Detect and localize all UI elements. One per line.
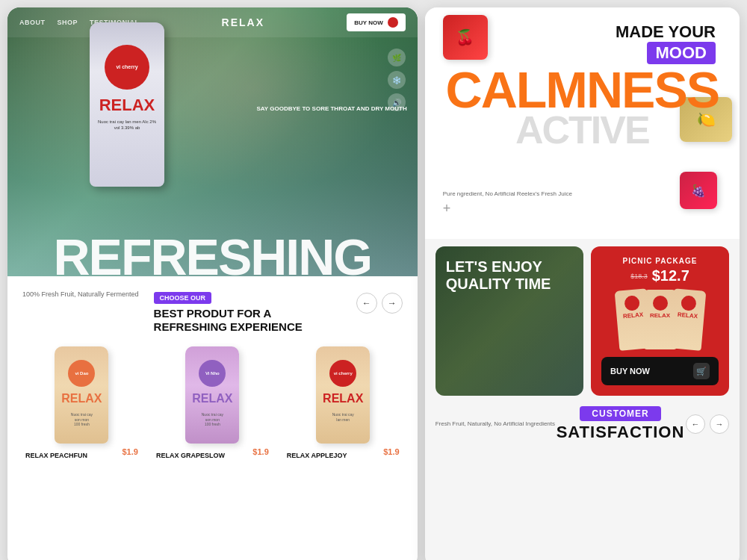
can-shape: vi cherry RELAX Nuoc trai cay lan men Al…: [90, 22, 164, 187]
can-subtext: Nuoc trai cay lan men Alc 2% vol 3.39% a…: [97, 119, 157, 131]
product-header: 100% Fresh Fruit, Naturally Fermented CH…: [22, 290, 403, 334]
right-top-section: 🍒 🍋 🍇 MADE YOUR MOOD CALMNESS ACTIVE Pur…: [425, 7, 740, 239]
can-peach-brand: vi Dao: [75, 371, 88, 376]
can-cherry-desc: Nuoc trai caylan men: [320, 412, 366, 422]
next-product-button[interactable]: →: [382, 293, 403, 314]
product-card-peach: vi Dao RELAX Nuoc trai cayson mon100 fre…: [22, 343, 141, 459]
bottom-arrows: ← →: [686, 414, 729, 434]
can-grape-body: Vi Nho RELAX Nuoc trai cayson mon100 fre…: [185, 346, 239, 444]
can-grape-icon: Vi Nho: [199, 360, 226, 387]
hero-icons: 🌿 ❄️ 🔊: [388, 49, 406, 111]
enjoy-title: LET'S ENJOY QUALITY TIME: [446, 258, 573, 293]
picnic-can-relax-1: RELAX: [622, 311, 643, 320]
product-title-block: CHOOSE OUR BEST PRODUT FOR A REFRESHING …: [139, 290, 356, 334]
calmness-text: CALMNESS: [443, 67, 722, 113]
plus-sign: +: [443, 201, 451, 217]
prev-customer-button[interactable]: ←: [686, 414, 705, 434]
nav-about[interactable]: ABOUT: [19, 19, 46, 26]
hero-icon-2: ❄️: [388, 71, 406, 89]
picnic-label: PICNIC PACKAGE: [601, 257, 719, 265]
left-panel: ABOUT SHOP TESTIMONIAL RELAX BUY NOW vi …: [7, 7, 418, 560]
can-peach-icon: vi Dao: [68, 360, 95, 387]
next-customer-button[interactable]: →: [710, 414, 729, 434]
can-cherry-container: vi cherry RELAX Nuoc trai caylan men: [309, 343, 376, 447]
fruit-thumb-top: 🍒: [443, 15, 488, 60]
product-cherry-info: RELAX APPLEJOY $1.9: [284, 447, 403, 459]
can-cherry-icon: vi cherry: [329, 360, 356, 387]
product-grape-name: RELAX GRAPESLOW: [156, 452, 225, 459]
product-card-grape: Vi Nho RELAX Nuoc trai cayson mon100 fre…: [153, 343, 272, 459]
picnic-can-circle-1: [624, 295, 640, 311]
right-bottom-section: LET'S ENJOY QUALITY TIME PICNIC PACKAGE …: [425, 239, 740, 560]
buy-now-label: BUY NOW: [610, 367, 650, 376]
picnic-cans: RELAX RELAX RELAX: [601, 287, 719, 352]
can-grape-brand: Vi Nho: [205, 371, 220, 376]
product-peach-price: $1.9: [122, 447, 137, 459]
satisfaction-text: SATISFACTION: [555, 423, 686, 442]
product-peach-name: RELAX PEACHFUN: [25, 452, 87, 459]
product-cards: vi Dao RELAX Nuoc trai cayson mon100 fre…: [22, 343, 403, 459]
can-grape-desc: Nuoc trai cayson mon100 fresh: [189, 412, 235, 427]
customer-block: CUSTOMER SATISFACTION: [555, 406, 686, 442]
can-peach-relax: RELAX: [56, 393, 107, 405]
fruit-thumb-small: 🍇: [680, 172, 717, 209]
choose-our-badge: CHOOSE OUR: [154, 292, 212, 304]
cards-row: LET'S ENJOY QUALITY TIME PICNIC PACKAGE …: [436, 246, 729, 396]
bottom-info-row: Fresh Fruit, Naturally, No Artificial In…: [436, 403, 729, 445]
can-relax-text: RELAX: [93, 97, 161, 113]
can-grape-relax: RELAX: [187, 393, 238, 405]
can-peach-container: vi Dao RELAX Nuoc trai cayson mon100 fre…: [48, 343, 115, 447]
picnic-can-circle-2: [653, 296, 668, 311]
nav-logo: RELAX: [222, 16, 264, 28]
product-main-title: BEST PRODUT FOR A REFRESHING EXPERIENCE: [154, 307, 341, 334]
right-panel: 🍒 🍋 🍇 MADE YOUR MOOD CALMNESS ACTIVE Pur…: [425, 7, 740, 560]
picnic-can-2: RELAX: [644, 290, 677, 349]
hero-can: vi cherry RELAX Nuoc trai cay lan men Al…: [67, 22, 187, 217]
picnic-can-relax-3: RELAX: [677, 311, 698, 320]
cart-icon: 🛒: [693, 363, 710, 379]
product-card-cherry: vi cherry RELAX Nuoc trai caylan men REL…: [284, 343, 403, 459]
product-grape-price: $1.9: [252, 447, 268, 459]
can-cherry-brand: vi cherry: [334, 371, 353, 376]
product-cherry-name: RELAX APPLEJOY: [287, 452, 347, 459]
picnic-can-circle-3: [681, 295, 697, 311]
customer-badge: CUSTOMER: [580, 406, 660, 421]
picnic-card: PICNIC PACKAGE $18.3 $12.7 RELAX RELAX: [591, 246, 729, 396]
can-grape-container: Vi Nho RELAX Nuoc trai cayson mon100 fre…: [179, 343, 246, 447]
hero-tagline: SAY GOODBYE TO SORE THROAT AND DRY MOUTH: [256, 105, 406, 113]
can-brand-label: vi cherry: [116, 64, 137, 70]
picnic-old-price: $18.3: [630, 273, 648, 280]
product-grape-info: RELAX GRAPESLOW $1.9: [153, 447, 272, 459]
can-cherry-relax: RELAX: [317, 393, 368, 405]
can-peach-body: vi Dao RELAX Nuoc trai cayson mon100 fre…: [55, 346, 108, 444]
product-peach-info: RELAX PEACHFUN $1.9: [22, 447, 141, 459]
product-nav-arrows: ← →: [356, 293, 403, 314]
hero-big-text: REFRESHING: [7, 231, 418, 276]
product-section: 100% Fresh Fruit, Naturally Fermented CH…: [7, 276, 418, 560]
picnic-new-price: $12.7: [652, 267, 689, 284]
left-tagline: 100% Fresh Fruit, Naturally Fermented: [22, 290, 139, 300]
bottom-left-text: Fresh Fruit, Naturally, No Artificial In…: [436, 420, 555, 429]
product-cherry-price: $1.9: [383, 447, 399, 459]
prev-product-button[interactable]: ←: [356, 293, 377, 314]
picnic-can-relax-2: RELAX: [650, 312, 670, 319]
hero-icon-1: 🌿: [388, 49, 406, 66]
nav-btn-dot: [388, 17, 398, 28]
can-brand-circle: vi cherry: [105, 45, 149, 90]
can-cherry-body: vi cherry RELAX Nuoc trai caylan men: [316, 346, 370, 444]
can-peach-desc: Nuoc trai cayson mon100 fresh: [58, 412, 105, 427]
picnic-price-row: $18.3 $12.7: [601, 267, 719, 284]
buy-now-button[interactable]: BUY NOW 🛒: [601, 357, 719, 385]
buy-now-nav-button[interactable]: BUY NOW: [347, 13, 406, 31]
hero-section: ABOUT SHOP TESTIMONIAL RELAX BUY NOW vi …: [7, 7, 418, 276]
pure-ingredient-text: Pure ngredient, No Artificial Reelex's F…: [443, 190, 572, 199]
enjoy-card: LET'S ENJOY QUALITY TIME: [436, 246, 583, 396]
